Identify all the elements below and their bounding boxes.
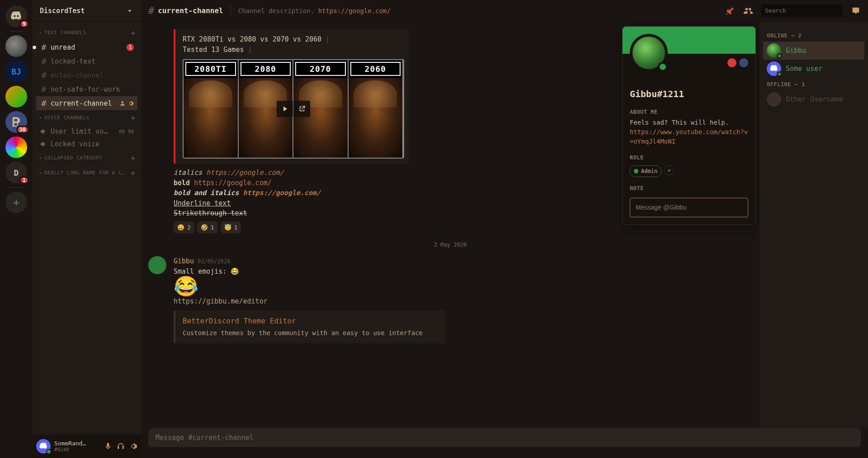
channel-item[interactable]: #muted-channel: [36, 68, 137, 82]
hash-icon: #: [148, 5, 154, 16]
message: Gibbu02/05/2020 Small emojis: 😂 😂 https:…: [148, 256, 752, 343]
server-icon[interactable]: 30: [5, 111, 27, 133]
member-list: ONLINE — 2 Gibbu Some user OFFLINE — 1 O…: [760, 22, 868, 428]
play-overlay[interactable]: [277, 101, 310, 117]
video-thumbnail[interactable]: 2080TI 2080 2070 2060: [183, 59, 404, 159]
embed-description: Customize themes by the community with a…: [183, 328, 438, 338]
note-label: NOTE: [630, 184, 748, 192]
add-channel-icon[interactable]: +: [131, 28, 136, 37]
link-embed: BetterDiscord Theme Editor Customize the…: [174, 310, 445, 343]
members-icon[interactable]: [743, 6, 753, 16]
big-emoji: 😂: [174, 276, 752, 296]
channel-item[interactable]: #unread1: [36, 40, 137, 54]
badge-icon: [727, 58, 736, 67]
category-header[interactable]: COLLAPSED CATEGORY+: [36, 150, 137, 165]
author-avatar[interactable]: [148, 256, 166, 274]
embed-title[interactable]: BetterDiscord Theme Editor: [183, 316, 438, 327]
message-list: RTX 2080Ti vs 2080 vs 2070 vs 2060 |Test…: [141, 22, 760, 428]
self-names: SomeRand… #0240: [54, 440, 100, 453]
badge-icon: [739, 58, 748, 67]
about-link[interactable]: https://www.youtube.com/watch?v=oYmqJl4M…: [630, 128, 748, 145]
channel-item[interactable]: Locked voice: [36, 138, 137, 150]
message-timestamp: 02/05/2020: [198, 257, 230, 266]
server-separator: [9, 31, 24, 32]
status-dot: [658, 62, 668, 72]
member-item[interactable]: Gibbu: [763, 42, 864, 60]
member-name: Some user: [786, 65, 822, 73]
popout-icon: [298, 105, 306, 113]
reaction[interactable]: 🤣1: [197, 221, 218, 234]
chevron-down-icon: [126, 7, 134, 15]
channel-item[interactable]: #locked-text: [36, 54, 137, 68]
mic-icon[interactable]: [104, 442, 112, 450]
add-channel-icon[interactable]: +: [131, 113, 136, 122]
member-avatar: [767, 43, 781, 58]
message-author[interactable]: Gibbu: [174, 256, 194, 266]
member-avatar: [767, 92, 781, 107]
user-profile-popout: Gibbu#1211 ABOUT ME Feels sad? This will…: [622, 26, 756, 225]
pinned-icon[interactable]: [725, 6, 735, 16]
server-badge: 1: [19, 176, 29, 184]
category-header[interactable]: REALLY LONG NAME FOR A C…+: [36, 165, 137, 180]
search-input[interactable]: [765, 7, 841, 14]
message-input-area: Message #current-channel: [141, 428, 868, 458]
server-bar: 9 BJ 30 D1 +: [0, 0, 33, 458]
self-tag: #0240: [54, 447, 100, 453]
server-icon[interactable]: [5, 136, 27, 158]
profile-username: Gibbu#1211: [630, 87, 748, 101]
self-username: SomeRand…: [54, 440, 100, 447]
home-badge: 9: [19, 20, 29, 28]
headphones-icon[interactable]: [117, 442, 125, 450]
server-separator: [9, 187, 24, 188]
date-divider: 2 May 2020: [148, 241, 752, 249]
channel-topic: Channel description. https://google.com/: [238, 7, 391, 14]
search-box[interactable]: [761, 5, 843, 17]
channel-item[interactable]: User limit vo…00 99: [36, 125, 137, 138]
server-name: DiscordTest: [40, 7, 85, 15]
server-icon[interactable]: BJ: [5, 61, 27, 82]
message-content: Small emojis: 😂: [174, 266, 752, 277]
add-role-button[interactable]: +: [664, 165, 674, 175]
reaction[interactable]: 😇1: [221, 221, 241, 234]
add-channel-icon[interactable]: +: [131, 168, 136, 178]
channel-item[interactable]: #not-safe-for-work: [36, 82, 137, 96]
server-icon[interactable]: D1: [5, 162, 27, 183]
inbox-icon[interactable]: [851, 6, 861, 16]
embed-title: RTX 2080Ti vs 2080 vs 2070 vs 2060 |Test…: [183, 34, 401, 55]
member-name: Other Username: [786, 95, 843, 103]
category-header[interactable]: VOICE CHANNELS+: [36, 110, 137, 125]
role-chip[interactable]: Admin: [630, 165, 661, 177]
server-badge: 30: [16, 126, 29, 134]
members-online-header: ONLINE — 2: [763, 33, 864, 39]
message-input[interactable]: Message #current-channel: [148, 428, 861, 447]
topic-link[interactable]: https://google.com/: [318, 7, 391, 14]
message-link[interactable]: https://gibbu.me/editor: [174, 296, 752, 307]
server-icon[interactable]: [5, 86, 27, 107]
self-avatar[interactable]: [36, 439, 51, 453]
header-divider: [231, 5, 231, 16]
reaction[interactable]: 😀2: [174, 221, 194, 234]
about-text: Feels sad? This will help.https://www.yo…: [630, 118, 748, 146]
channel-name: current-channel: [158, 6, 223, 15]
member-item[interactable]: Other Username: [763, 90, 864, 108]
play-icon: [281, 105, 289, 113]
channel-sidebar: DiscordTest TEXT CHANNELS+#unread1#locke…: [33, 0, 141, 458]
category-header[interactable]: TEXT CHANNELS+: [36, 25, 137, 40]
video-embed: RTX 2080Ti vs 2080 vs 2070 vs 2060 |Test…: [174, 29, 409, 164]
channel-header: # current-channel Channel description. h…: [141, 0, 868, 22]
status-dot: [46, 449, 52, 454]
member-name: Gibbu: [786, 47, 806, 55]
add-server-button[interactable]: +: [5, 192, 27, 213]
gear-icon[interactable]: [129, 442, 137, 450]
members-offline-header: OFFLINE — 1: [763, 81, 864, 88]
member-avatar: [767, 61, 781, 76]
about-label: ABOUT ME: [630, 108, 748, 116]
add-channel-icon[interactable]: +: [131, 153, 136, 163]
home-button[interactable]: 9: [5, 5, 27, 27]
server-icon[interactable]: [5, 35, 27, 57]
server-header[interactable]: DiscordTest: [33, 0, 141, 22]
channel-item[interactable]: #current-channel: [36, 96, 137, 110]
profile-message-input[interactable]: Message @Gibbu: [630, 198, 748, 217]
role-label: ROLE: [630, 154, 748, 162]
member-item[interactable]: Some user: [763, 60, 864, 78]
